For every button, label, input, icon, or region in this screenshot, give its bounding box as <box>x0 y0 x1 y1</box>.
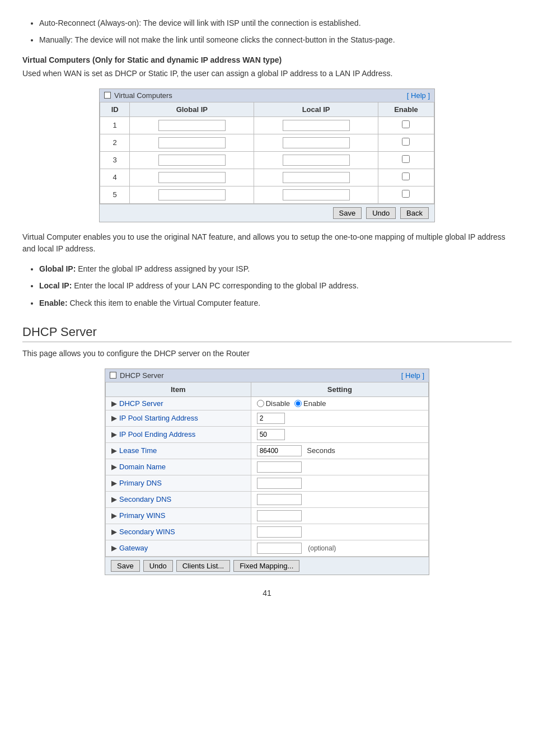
vc-global-ip-input-2[interactable] <box>158 137 226 148</box>
dhcp-col-item: Item <box>106 382 251 396</box>
vc-local-ip-3[interactable] <box>254 151 378 169</box>
dhcp-save-button[interactable]: Save <box>111 560 140 572</box>
dhcp-table-container: DHCP Server [ Help ] Item Setting ▶DHCP … <box>105 368 429 575</box>
vc-global-ip-4[interactable] <box>130 169 254 186</box>
dhcp-column-headers: Item Setting <box>106 382 429 396</box>
dhcp-data-table: Item Setting ▶DHCP Server Disable Enable… <box>105 382 429 557</box>
vc-bullet-enable: Enable: Check this item to enable the Vi… <box>39 297 512 309</box>
dhcp-value-gateway[interactable]: (optional) <box>251 540 428 556</box>
dhcp-table-header: DHCP Server [ Help ] <box>105 369 429 382</box>
vc-global-ip-input-4[interactable] <box>158 172 226 183</box>
vc-local-ip-1[interactable] <box>254 116 378 134</box>
vc-global-ip-2[interactable] <box>130 134 254 151</box>
dhcp-value-secondary-dns[interactable] <box>251 491 428 507</box>
dhcp-input-primary-wins[interactable] <box>257 510 302 521</box>
vc-local-ip-input-4[interactable] <box>283 172 350 183</box>
vc-row-5: 5 <box>100 186 434 203</box>
dhcp-value-lease-time[interactable]: Seconds <box>251 442 428 459</box>
vc-local-ip-2[interactable] <box>254 134 378 151</box>
vc-save-button[interactable]: Save <box>333 207 362 219</box>
dhcp-label-primary-dns: ▶Primary DNS <box>106 475 251 491</box>
dhcp-title-group: DHCP Server <box>110 371 164 380</box>
dhcp-label-ip-end: ▶IP Pool Ending Address <box>106 426 251 442</box>
vc-local-ip-input-5[interactable] <box>283 189 350 200</box>
dhcp-row-lease-time: ▶Lease Time Seconds <box>106 442 429 459</box>
dhcp-input-ip-end[interactable] <box>257 429 285 440</box>
col-enable: Enable <box>378 102 434 116</box>
vc-enable-2[interactable] <box>378 134 434 151</box>
vc-global-ip-input-5[interactable] <box>158 189 226 200</box>
dhcp-value-primary-wins[interactable] <box>251 507 428 524</box>
dhcp-input-secondary-dns[interactable] <box>257 494 302 505</box>
dhcp-value-secondary-wins[interactable] <box>251 524 428 540</box>
virtual-computers-help[interactable]: [ Help ] <box>407 91 430 100</box>
col-global-ip: Global IP <box>130 102 254 116</box>
vc-enable-checkbox-5[interactable] <box>402 190 410 198</box>
virtual-computers-data-table: ID Global IP Local IP Enable 1 2 3 4 <box>100 102 434 204</box>
vc-enable-4[interactable] <box>378 169 434 186</box>
vc-enable-checkbox-1[interactable] <box>402 120 410 128</box>
vc-enable-5[interactable] <box>378 186 434 203</box>
vc-enable-1[interactable] <box>378 116 434 134</box>
virtual-computers-desc: Virtual Computer enables you to use the … <box>22 231 512 255</box>
dhcp-label-lease-time: ▶Lease Time <box>106 442 251 459</box>
vc-local-ip-input-2[interactable] <box>283 137 350 148</box>
virtual-computers-icon <box>104 92 111 99</box>
vc-enable-checkbox-2[interactable] <box>402 138 410 146</box>
dhcp-input-gateway[interactable] <box>257 543 302 554</box>
vc-local-ip-input-1[interactable] <box>283 120 350 131</box>
vc-global-ip-1[interactable] <box>130 116 254 134</box>
dhcp-label-gateway: ▶Gateway <box>106 540 251 556</box>
dhcp-row-gateway: ▶Gateway (optional) <box>106 540 429 556</box>
dhcp-input-primary-dns[interactable] <box>257 478 302 489</box>
vc-global-ip-5[interactable] <box>130 186 254 203</box>
dhcp-radio-disable-label[interactable]: Disable <box>257 399 290 408</box>
dhcp-radio-enable[interactable] <box>294 400 302 407</box>
vc-back-button[interactable]: Back <box>400 207 429 219</box>
dhcp-value-primary-dns[interactable] <box>251 475 428 491</box>
dhcp-input-ip-start[interactable] <box>257 413 285 424</box>
dhcp-row-secondary-wins: ▶Secondary WINS <box>106 524 429 540</box>
vc-enable-checkbox-4[interactable] <box>402 172 410 180</box>
dhcp-clients-list-button[interactable]: Clients List... <box>176 560 230 572</box>
dhcp-title: DHCP Server <box>120 371 164 380</box>
vc-bullet-global-ip: Global IP: Enter the global IP address a… <box>39 263 512 275</box>
virtual-computers-bullets: Global IP: Enter the global IP address a… <box>39 263 512 309</box>
dhcp-label-domain-name: ▶Domain Name <box>106 459 251 475</box>
vc-id-4: 4 <box>100 169 130 186</box>
dhcp-value-ip-start[interactable] <box>251 410 428 426</box>
vc-local-ip-5[interactable] <box>254 186 378 203</box>
vc-enable-checkbox-3[interactable] <box>402 155 410 163</box>
dhcp-help[interactable]: [ Help ] <box>401 371 424 380</box>
dhcp-value-server[interactable]: Disable Enable <box>251 396 428 410</box>
vc-id-2: 2 <box>100 134 130 151</box>
dhcp-input-secondary-wins[interactable] <box>257 526 302 538</box>
vc-local-ip-input-3[interactable] <box>283 155 350 166</box>
dhcp-section-para: This page allows you to configure the DH… <box>22 348 512 360</box>
dhcp-input-domain-name[interactable] <box>257 461 302 473</box>
dhcp-undo-button[interactable]: Undo <box>143 560 173 572</box>
dhcp-input-lease-time[interactable] <box>257 445 302 456</box>
vc-global-ip-3[interactable] <box>130 151 254 169</box>
vc-global-ip-input-3[interactable] <box>158 155 226 166</box>
dhcp-radio-disable[interactable] <box>257 400 264 407</box>
dhcp-fixed-mapping-button[interactable]: Fixed Mapping... <box>233 560 299 572</box>
dhcp-label-primary-wins: ▶Primary WINS <box>106 507 251 524</box>
virtual-computers-table-header: Virtual Computers [ Help ] <box>100 89 434 102</box>
dhcp-radio-group: Disable Enable <box>257 399 423 408</box>
col-id: ID <box>100 102 130 116</box>
vc-local-ip-4[interactable] <box>254 169 378 186</box>
vc-row-3: 3 <box>100 151 434 169</box>
vc-undo-button[interactable]: Undo <box>366 207 396 219</box>
dhcp-value-ip-end[interactable] <box>251 426 428 442</box>
virtual-computers-title: Virtual Computers <box>114 91 172 100</box>
virtual-computers-para: Used when WAN is set as DHCP or Static I… <box>22 68 512 80</box>
dhcp-value-domain-name[interactable] <box>251 459 428 475</box>
bullet-item-1: Auto-Reconnect (Always-on): The device w… <box>39 17 512 29</box>
vc-global-ip-input-1[interactable] <box>158 120 226 131</box>
dhcp-label-ip-start: ▶IP Pool Starting Address <box>106 410 251 426</box>
vc-enable-3[interactable] <box>378 151 434 169</box>
dhcp-radio-enable-label[interactable]: Enable <box>294 399 326 408</box>
dhcp-row-server: ▶DHCP Server Disable Enable <box>106 396 429 410</box>
dhcp-footer: Save Undo Clients List... Fixed Mapping.… <box>105 557 429 575</box>
